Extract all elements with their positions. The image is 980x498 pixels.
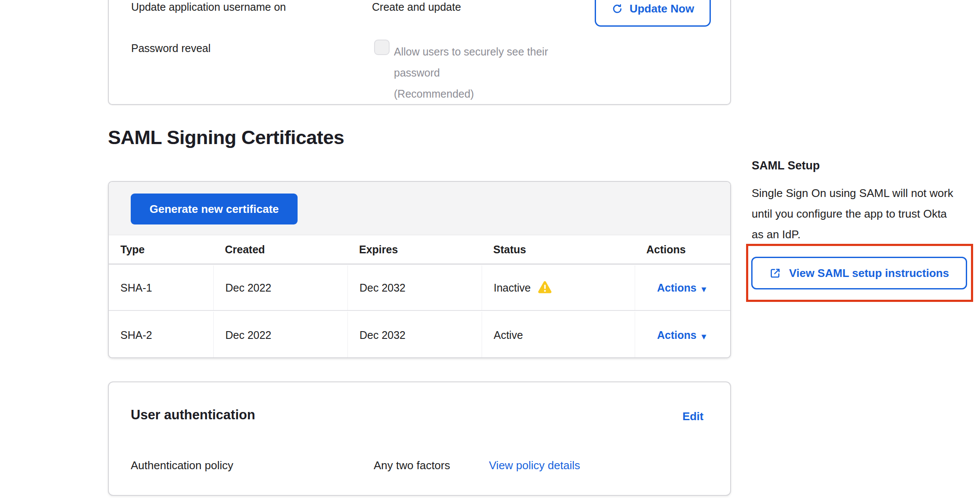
warning-icon xyxy=(538,281,552,297)
view-saml-instructions-label: View SAML setup instructions xyxy=(789,267,949,280)
view-saml-instructions-button[interactable]: View SAML setup instructions xyxy=(751,257,967,289)
chevron-down-icon xyxy=(702,329,706,341)
column-header-actions: Actions xyxy=(635,243,731,256)
cert-type: SHA-1 xyxy=(120,282,152,294)
app-settings-card: Update application username on Create an… xyxy=(108,0,731,105)
username-update-label: Update application username on xyxy=(131,1,286,13)
cert-created: Dec 2022 xyxy=(225,329,271,341)
cert-status: Inactive xyxy=(494,282,531,294)
certificates-table-header: Type Created Expires Status Actions xyxy=(109,235,730,264)
authentication-policy-label: Authentication policy xyxy=(131,459,233,472)
password-reveal-checkbox-label: Allow users to securely see their passwo… xyxy=(394,41,579,105)
user-authentication-heading: User authentication xyxy=(131,407,255,423)
column-header-expires: Expires xyxy=(347,243,482,256)
saml-certificates-card: Generate new certificate Type Created Ex… xyxy=(108,181,731,358)
external-link-icon xyxy=(769,267,781,279)
column-header-status: Status xyxy=(482,243,635,256)
saml-certificates-heading: SAML Signing Certificates xyxy=(108,126,344,149)
update-now-button[interactable]: Update Now xyxy=(595,0,711,27)
column-header-created: Created xyxy=(213,243,347,256)
authentication-policy-value: Any two factors xyxy=(374,459,450,472)
actions-dropdown[interactable]: Actions xyxy=(657,282,706,294)
cert-expires: Dec 2032 xyxy=(359,282,406,294)
view-policy-details-link[interactable]: View policy details xyxy=(489,459,580,472)
cert-type: SHA-2 xyxy=(120,329,152,341)
chevron-down-icon xyxy=(702,282,706,294)
certificate-row-sha2: SHA-2 Dec 2022 Dec 2032 Active Actions xyxy=(109,312,730,358)
password-reveal-label: Password reveal xyxy=(131,42,211,55)
cert-expires: Dec 2032 xyxy=(359,329,406,341)
annotation-highlight-box: View SAML setup instructions xyxy=(746,244,973,302)
column-header-type: Type xyxy=(109,243,213,256)
user-authentication-card: User authentication Edit Authentication … xyxy=(108,381,731,496)
generate-certificate-button[interactable]: Generate new certificate xyxy=(131,194,298,224)
update-now-label: Update Now xyxy=(630,2,694,15)
saml-setup-heading: SAML Setup xyxy=(752,159,820,172)
cert-status: Active xyxy=(494,329,523,341)
certificates-toolbar: Generate new certificate xyxy=(109,182,730,235)
password-reveal-checkbox[interactable] xyxy=(374,40,390,55)
cert-created: Dec 2022 xyxy=(225,282,271,294)
actions-dropdown[interactable]: Actions xyxy=(657,329,706,341)
saml-setup-description: Single Sign On using SAML will not work … xyxy=(752,183,961,245)
refresh-icon xyxy=(611,3,623,15)
certificate-row-sha1: SHA-1 Dec 2022 Dec 2032 Inactive Actions xyxy=(109,265,730,311)
username-update-value: Create and update xyxy=(372,1,461,13)
edit-link[interactable]: Edit xyxy=(682,410,704,423)
